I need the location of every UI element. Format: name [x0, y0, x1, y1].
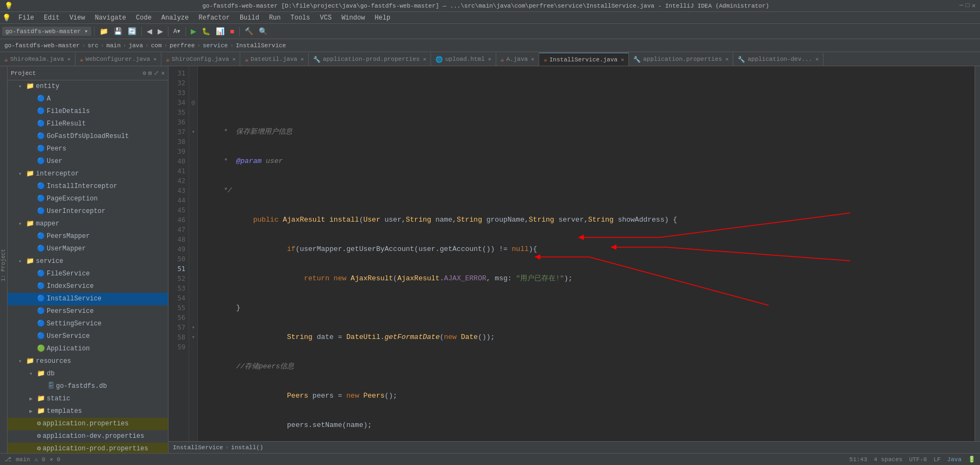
- tree-node-userservice[interactable]: 🔵 UserService: [8, 330, 168, 343]
- tab-app-dev-props[interactable]: 🔧 application-dev... ✕: [733, 53, 823, 66]
- tree-node-installinterceptor[interactable]: 🔵 InstallInterceptor: [8, 180, 168, 193]
- sidebar-close-icon[interactable]: ✕: [161, 70, 165, 77]
- tree-node-entity[interactable]: ▾ 📁 entity: [8, 80, 168, 93]
- sync-btn[interactable]: 🔄: [126, 26, 139, 36]
- left-tab-project[interactable]: 1: Project: [0, 247, 7, 284]
- tree-node-app-prod-props[interactable]: ⚙ application-prod.properties: [8, 443, 168, 453]
- tab-a-java[interactable]: ☕ A.java ✕: [496, 53, 539, 66]
- tab-close-upload-html[interactable]: ✕: [488, 56, 491, 62]
- path-item-java[interactable]: java: [129, 42, 143, 49]
- menu-refactor[interactable]: Refactor: [194, 13, 234, 23]
- breadcrumb-installservice[interactable]: InstallService: [173, 444, 223, 451]
- tree-node-peersservice[interactable]: 🔵 PeersService: [8, 305, 168, 318]
- gutter-37[interactable]: ▾: [189, 127, 197, 137]
- tree-node-fileservice[interactable]: 🔵 FileService: [8, 268, 168, 280]
- debug-btn[interactable]: 🐛: [199, 26, 213, 36]
- menu-window[interactable]: Window: [337, 13, 369, 23]
- tab-close-shiro-realm[interactable]: ✕: [67, 56, 71, 62]
- build-btn[interactable]: 🔨: [242, 26, 255, 36]
- tree-node-pageexception[interactable]: 🔵 PageException: [8, 193, 168, 205]
- menu-view[interactable]: View: [65, 13, 90, 23]
- menu-help[interactable]: Help: [370, 13, 395, 23]
- tree-node-filedetails[interactable]: 🔵 FileDetails: [8, 105, 168, 118]
- status-mem[interactable]: 🔋: [968, 456, 976, 463]
- menu-vcs[interactable]: VCS: [316, 13, 336, 23]
- run-btn[interactable]: ▶: [189, 26, 198, 36]
- menu-build[interactable]: Build: [235, 13, 264, 23]
- path-item-main[interactable]: main: [107, 42, 121, 49]
- menu-code[interactable]: Code: [132, 13, 156, 23]
- tree-node-app-dev-props[interactable]: ⚙ application-dev.properties: [8, 430, 168, 443]
- project-selector[interactable]: go-fastdfs-web-master ▾: [2, 27, 91, 36]
- tree-node-resources[interactable]: ▾ 📁 resources: [8, 355, 168, 368]
- status-java[interactable]: Java: [947, 456, 962, 463]
- status-indent[interactable]: 4 spaces: [874, 456, 903, 463]
- tree-node-app-props[interactable]: ⚙ application.properties: [8, 418, 168, 430]
- maximize-btn[interactable]: □: [966, 2, 970, 10]
- tab-web-configurer[interactable]: ☕ WebConfigurer.java ✕: [76, 53, 161, 66]
- path-item-src[interactable]: src: [88, 42, 98, 49]
- status-position[interactable]: 51:43: [850, 456, 867, 463]
- coverage-btn[interactable]: 📊: [214, 26, 227, 36]
- font-btn[interactable]: A▾: [171, 27, 183, 36]
- path-item-com[interactable]: com: [151, 42, 162, 49]
- code-content[interactable]: * 保存新增用户信息 * @param user */ public AjaxR…: [198, 66, 975, 441]
- tab-date-util[interactable]: ☕ DateUtil.java ✕: [240, 53, 308, 66]
- tree-node-a[interactable]: 🔵 A: [8, 93, 168, 105]
- menu-analyze[interactable]: Analyze: [157, 13, 193, 23]
- menu-tools[interactable]: Tools: [286, 13, 315, 23]
- tree-node-fileresult[interactable]: 🔵 FileResult: [8, 118, 168, 130]
- tab-close-install-service[interactable]: ✕: [621, 56, 624, 63]
- code-area[interactable]: 31 32 33 34 35 36 37 38 39 40 41 42 43 4…: [168, 66, 980, 441]
- sidebar-expand-icon[interactable]: ⤢: [154, 70, 159, 77]
- path-item-root[interactable]: go-fastdfs-web-master: [4, 42, 80, 49]
- breadcrumb-install[interactable]: install(): [231, 444, 263, 451]
- tree-node-usermapper[interactable]: 🔵 UserMapper: [8, 243, 168, 255]
- tree-node-peers[interactable]: 🔵 Peers: [8, 143, 168, 155]
- tab-upload-html[interactable]: 🌐 upload.html ✕: [431, 53, 496, 66]
- tab-app-props[interactable]: 🔧 application.properties ✕: [629, 53, 733, 66]
- tree-node-service[interactable]: ▾ 📁 service: [8, 255, 168, 268]
- status-errors[interactable]: ✕ 0: [49, 456, 60, 463]
- tree-node-settingservice[interactable]: 🔵 SettingService: [8, 318, 168, 330]
- tab-install-service[interactable]: ☕ InstallService.java ✕: [539, 53, 629, 66]
- tree-node-gofastdfs[interactable]: 🔵 GoFastDfsUploadResult: [8, 130, 168, 143]
- path-item-perfree[interactable]: perfree: [170, 42, 195, 49]
- tab-shiro-realm[interactable]: ☕ ShiroRealm.java ✕: [0, 53, 76, 66]
- menu-edit[interactable]: Edit: [40, 13, 64, 23]
- tree-node-templates[interactable]: ▶ 📁 templates: [8, 405, 168, 418]
- tab-close-app-dev-props[interactable]: ✕: [815, 56, 819, 62]
- path-item-service[interactable]: service: [203, 42, 228, 49]
- status-encoding[interactable]: UTF-8: [909, 456, 927, 463]
- save-btn[interactable]: 💾: [111, 26, 124, 36]
- tree-node-db[interactable]: ▾ 📁 db: [8, 368, 168, 380]
- close-btn[interactable]: ✕: [972, 2, 976, 10]
- gutter-57[interactable]: ▾: [189, 323, 197, 332]
- tree-node-mapper[interactable]: ▾ 📁 mapper: [8, 218, 168, 230]
- gutter-58[interactable]: ▾: [189, 332, 197, 342]
- tree-node-user[interactable]: 🔵 User: [8, 155, 168, 168]
- menu-run[interactable]: Run: [265, 13, 285, 23]
- status-warnings[interactable]: ⚠ 0: [34, 456, 45, 463]
- path-item-file[interactable]: InstallService: [236, 42, 286, 49]
- sidebar-layout-icon[interactable]: ⊞: [148, 70, 152, 77]
- tab-app-prod-props[interactable]: 🔧 application-prod.properties ✕: [309, 53, 431, 66]
- menu-navigate[interactable]: Navigate: [90, 13, 130, 23]
- tab-shiro-config[interactable]: ☕ ShiroConfig.java ✕: [161, 53, 240, 66]
- tab-close-web-configurer[interactable]: ✕: [153, 56, 157, 62]
- tab-close-app-prod-props[interactable]: ✕: [423, 56, 426, 62]
- git-branch-label[interactable]: main: [16, 456, 30, 463]
- stop-btn[interactable]: ■: [228, 26, 236, 36]
- tree-node-peersmapper[interactable]: 🔵 PeersMapper: [8, 230, 168, 243]
- tab-close-date-util[interactable]: ✕: [301, 56, 304, 62]
- tree-node-userinterceptor[interactable]: 🔵 UserInterceptor: [8, 205, 168, 218]
- search-btn[interactable]: 🔍: [257, 26, 270, 36]
- editor-scrollbar[interactable]: [975, 66, 980, 441]
- forward-btn[interactable]: ▶: [155, 26, 165, 36]
- tree-node-indexservice[interactable]: 🔵 IndexService: [8, 280, 168, 293]
- open-file-btn[interactable]: 📁: [97, 26, 110, 36]
- sidebar-gear-icon[interactable]: ⚙: [142, 70, 146, 77]
- tree-node-installservice[interactable]: 🔵 InstallService: [8, 293, 168, 305]
- gutter-34[interactable]: @: [189, 98, 197, 108]
- tree-node-go-fastdfs-db[interactable]: 🗄 go-fastdfs.db: [8, 380, 168, 393]
